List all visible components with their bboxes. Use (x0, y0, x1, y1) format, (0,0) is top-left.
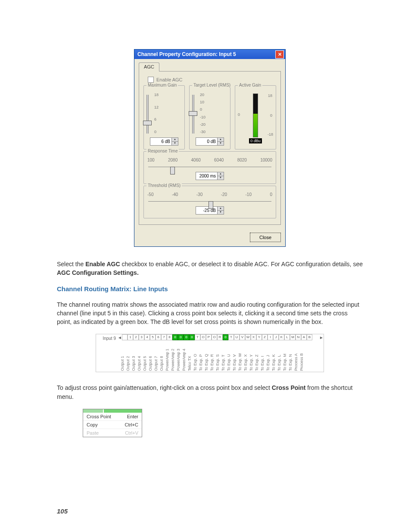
crosspoint-cell[interactable]: 6 (156, 334, 161, 340)
matrix-column-label: To Exp. Y (249, 341, 255, 372)
crosspoint-cell[interactable]: N (296, 334, 301, 340)
matrix-column-label: PowerAmp 4 (182, 341, 187, 372)
crosspoint-cell[interactable]: O (212, 334, 217, 340)
tick: -50 (147, 192, 153, 197)
crosspoint-cell[interactable]: 0 (184, 334, 189, 340)
crosspoint-cell[interactable]: 0 (189, 334, 195, 340)
crosspoint-cell[interactable]: R (217, 334, 223, 340)
response-slider[interactable] (148, 167, 271, 169)
tick: 12 (154, 105, 159, 109)
matrix-scroll-right-icon[interactable]: ► (319, 334, 324, 341)
matrix-column-label: To Exp. V (232, 341, 238, 372)
tick: -20 (200, 122, 206, 127)
crosspoint-cell[interactable]: 0 (178, 334, 184, 340)
threshold-slider[interactable] (148, 201, 271, 204)
tick: 18 (154, 93, 159, 97)
crosspoint-cell[interactable]: M (290, 334, 296, 340)
group-target-level: Target Level (RMS) 20 10 0 -10 -20 -30 (189, 85, 230, 149)
tick: 2080 (168, 158, 177, 162)
close-button[interactable]: Close (250, 233, 281, 242)
tick: 4060 (191, 158, 201, 162)
text: Select the (57, 261, 85, 268)
spin-up-icon[interactable]: ▲ (218, 172, 224, 176)
spin-down-icon[interactable]: ▼ (218, 142, 224, 145)
group-response-time: Response Time 100 2080 4060 6040 8020 10… (143, 151, 276, 184)
tick: -20 (221, 192, 227, 197)
crosspoint-cell[interactable]: 1 (128, 334, 133, 340)
menu-item-accel: Ctrl+C (125, 422, 138, 427)
matrix-column-label: To Exp. L (277, 341, 283, 372)
matrix-column-label: To Exp. Z (255, 341, 260, 372)
crosspoint-cell[interactable]: 8 (167, 334, 172, 340)
crosspoint-cell[interactable]: I (268, 334, 273, 340)
tick: 10 (200, 100, 206, 104)
crosspoint-cell[interactable]: 7 (161, 334, 167, 340)
context-menu: Cross PointEnterCopyCtrl+CPasteCtrl+V (83, 409, 142, 437)
text: checkbox to enable AGC, or deselect it t… (120, 261, 363, 268)
max-gain-spinner[interactable]: ▲▼ (150, 137, 178, 146)
crosspoint-cell[interactable]: P (206, 334, 212, 340)
spin-up-icon[interactable]: ▲ (172, 138, 178, 142)
tick: -30 (200, 130, 206, 134)
matrix-column-label: To Exp. N (288, 341, 294, 372)
text-bold: Enable AGC (85, 261, 120, 268)
crosspoint-cell[interactable]: O (200, 334, 206, 340)
enable-agc-checkbox[interactable] (148, 77, 154, 83)
crosspoint-cell[interactable]: U (234, 334, 240, 340)
tick: 0 (270, 192, 272, 197)
matrix-scroll-left-icon[interactable]: ◄ (118, 334, 122, 341)
spin-up-icon[interactable]: ▲ (218, 207, 224, 211)
active-gain-legend: Active Gain (238, 83, 262, 87)
matrix-column-label: To Exp. I (260, 341, 266, 372)
crosspoint-cell[interactable]: 3 (139, 334, 144, 340)
menu-item: PasteCtrl+V (83, 429, 142, 437)
matrix-row-label: Input 9 (96, 334, 118, 341)
crosspoint-cell[interactable]: L (284, 334, 290, 340)
matrix-column-label: Process B (299, 341, 305, 372)
meter-tick: 18 (268, 93, 272, 98)
max-gain-slider[interactable] (146, 95, 149, 134)
matrix-column-label: To Exp. K (271, 341, 277, 372)
crosspoint-cell[interactable]: T (195, 334, 200, 340)
matrix-column-label: To Exp. W (238, 341, 243, 372)
crosspoint-cell[interactable]: X (251, 334, 256, 340)
max-gain-input[interactable] (150, 138, 171, 145)
crosspoint-cell[interactable]: A (301, 334, 307, 340)
menu-item[interactable]: Cross PointEnter (83, 413, 142, 421)
response-spinner[interactable]: ▲▼ (196, 172, 224, 180)
response-input[interactable] (196, 172, 217, 180)
crosspoint-cell[interactable]: V (240, 334, 245, 340)
matrix-column-label: Output 7 (154, 341, 159, 372)
crosspoint-cell[interactable]: J (273, 334, 279, 340)
target-spinner[interactable]: ▲▼ (196, 137, 224, 146)
matrix-column-label: PowerAmp 2 (171, 341, 176, 372)
tab-agc[interactable]: AGC (139, 62, 159, 72)
crosspoint-cell[interactable]: T (228, 334, 234, 340)
target-slider[interactable] (192, 95, 194, 134)
spin-down-icon[interactable]: ▼ (172, 142, 178, 145)
crosspoint-cell[interactable]: Y (256, 334, 262, 340)
window-title: Channel Property Configuration: Input 5 (136, 51, 236, 57)
routing-matrix: Input 9 ◄ 123456780000TOPOR0TUVWXYZIJKLM… (96, 334, 324, 372)
crosspoint-cell[interactable]: 2 (133, 334, 139, 340)
crosspoint-cell[interactable]: 0 (223, 334, 228, 340)
threshold-legend: Threshold (RMS) (146, 183, 182, 188)
crosspoint-cell[interactable]: 4 (144, 334, 150, 340)
menu-item[interactable]: CopyCtrl+C (83, 421, 142, 429)
matrix-column-label: Output 6 (148, 341, 154, 372)
spin-down-icon[interactable]: ▼ (218, 176, 224, 180)
target-input[interactable] (196, 138, 217, 145)
crosspoint-cell[interactable]: 5 (150, 334, 156, 340)
crosspoint-cell[interactable]: K (279, 334, 284, 340)
spin-down-icon[interactable]: ▼ (218, 211, 224, 214)
crosspoint-cell[interactable]: 0 (172, 334, 178, 340)
crosspoint-cell[interactable] (122, 334, 128, 340)
spin-up-icon[interactable]: ▲ (218, 138, 224, 142)
crosspoint-cell[interactable]: Z (262, 334, 268, 340)
crosspoint-cell[interactable]: W (245, 334, 251, 340)
group-threshold: Threshold (RMS) -50 -40 -30 -20 -10 0 ▲▼ (143, 186, 276, 218)
menu-header-bar (83, 409, 142, 413)
threshold-input[interactable] (196, 207, 217, 214)
close-icon[interactable]: ✕ (275, 50, 284, 59)
crosspoint-cell[interactable]: B (307, 334, 312, 340)
